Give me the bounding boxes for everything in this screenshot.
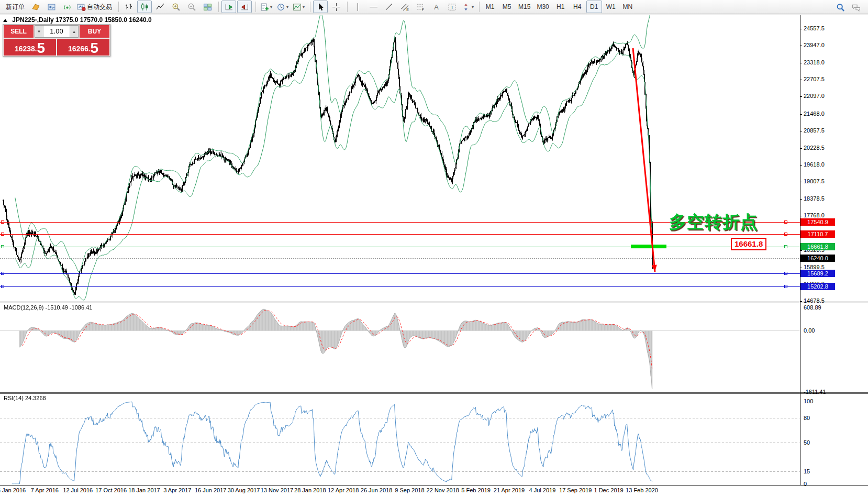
pane-splitter[interactable]	[0, 392, 868, 394]
timeframe-m1[interactable]: M1	[482, 1, 498, 13]
metaeditor-icon[interactable]	[28, 1, 43, 13]
date-label: 7 Apr 2016	[31, 487, 59, 493]
level-price-label: 17110.7	[800, 230, 835, 238]
candlestick-chart-icon[interactable]	[137, 1, 152, 13]
timeframe-m1-label: M1	[486, 3, 495, 10]
auto-scroll-icon[interactable]	[221, 1, 236, 13]
candles-glyph	[140, 3, 149, 12]
date-label: 5 Feb 2019	[461, 487, 491, 493]
price-tick: 22707.5	[804, 76, 825, 82]
collapse-triangle-icon[interactable]	[3, 19, 7, 22]
price-tick-mark	[800, 216, 802, 216]
chevron-down-icon: ▾	[286, 5, 288, 9]
buy-button[interactable]: BUY	[80, 25, 109, 38]
turning-point-annotation[interactable]: 多空转折点	[669, 211, 758, 234]
crosshair-icon[interactable]	[329, 1, 343, 13]
price-tick-mark	[800, 148, 802, 149]
buy-price-panel[interactable]: 16266 . 5	[57, 39, 109, 56]
tester-glyph	[47, 3, 56, 12]
date-label: 28 Jan 2018	[294, 487, 326, 493]
volume-decrease-icon[interactable]: ▾	[35, 26, 43, 37]
tile-windows-icon[interactable]	[200, 1, 215, 13]
date-label: 21 Apr 2019	[494, 487, 525, 493]
price-tick: 14678.5	[804, 297, 825, 304]
chart-title: JPN225-,Daily 17375.0 17570.0 15850.0 16…	[3, 16, 152, 24]
sell-price-panel[interactable]: 16238 . 5	[4, 39, 56, 56]
chart-shift-icon[interactable]	[237, 1, 252, 13]
trendline-glyph	[385, 3, 394, 12]
date-label: 13 Feb 2020	[626, 487, 658, 493]
linechart-glyph	[156, 3, 165, 12]
autotrading-button[interactable]: 自动交易	[75, 1, 115, 13]
date-label: 22 Nov 2018	[427, 487, 459, 493]
text-label-icon[interactable]: T	[444, 1, 459, 13]
signals-icon[interactable]	[60, 1, 74, 13]
indicators-button[interactable]: ▾	[291, 1, 306, 13]
search-glyph	[836, 3, 845, 12]
horizontal-line-icon[interactable]	[366, 1, 381, 13]
fibonacci-icon[interactable]: F	[413, 1, 428, 13]
timeframe-h1[interactable]: H1	[553, 1, 569, 13]
zoom-out-icon[interactable]	[184, 1, 199, 13]
toolbar-separator	[479, 2, 480, 12]
date-label: 17 Sep 2019	[559, 487, 592, 493]
timeframe-m30[interactable]: M30	[534, 1, 551, 13]
svg-text:A: A	[434, 3, 439, 11]
timeframe-d1-label: D1	[590, 3, 598, 10]
buy-price-big: 5	[90, 41, 98, 55]
date-label: 12 Apr 2018	[328, 487, 359, 493]
date-label: 13 Nov 2017	[261, 487, 293, 493]
price-chart-canvas[interactable]	[0, 15, 800, 302]
date-label: 1 Dec 2019	[594, 487, 623, 493]
vertical-line-icon[interactable]	[350, 1, 365, 13]
chat-icon[interactable]	[849, 1, 863, 14]
chart-symbol-label: JPN225-,Daily	[12, 16, 53, 24]
timeframe-m15[interactable]: M15	[516, 1, 533, 13]
text-icon[interactable]: A	[429, 1, 443, 13]
new-order-button[interactable]: 新订单	[3, 1, 27, 13]
price-tick: 19007.5	[804, 178, 825, 184]
autoscroll-glyph	[225, 3, 233, 12]
price-tick: 21468.0	[804, 111, 825, 117]
zoom-in-icon[interactable]	[169, 1, 183, 13]
cursor-icon[interactable]	[313, 1, 328, 13]
price-callout-box[interactable]: 16661.8	[731, 238, 766, 250]
new-order-button-label: 新订单	[6, 3, 25, 12]
hline-glyph	[369, 3, 378, 12]
svg-text:E: E	[406, 8, 409, 12]
price-tick: 22097.0	[804, 93, 825, 99]
timeframe-h4[interactable]: H4	[570, 1, 585, 13]
current-price-label: 16240.0	[800, 255, 835, 262]
macd-canvas[interactable]	[0, 303, 800, 392]
rsi-canvas[interactable]	[0, 394, 800, 484]
timeframe-d1[interactable]: D1	[586, 1, 602, 13]
price-tick-mark	[800, 114, 802, 115]
profiles-button[interactable]: ▾	[275, 1, 290, 13]
timeframe-m5[interactable]: M5	[499, 1, 515, 13]
indicators-glyph	[293, 3, 302, 12]
sell-button[interactable]: SELL	[4, 25, 34, 38]
toolbar-separator	[310, 2, 310, 12]
search-icon[interactable]	[833, 1, 848, 14]
new-chart-button[interactable]: ▾	[259, 1, 274, 13]
trendline-icon[interactable]	[382, 1, 396, 13]
chevron-down-icon: ▾	[472, 5, 474, 9]
strategy-tester-icon[interactable]	[44, 1, 59, 13]
arrows-icon[interactable]: ▾	[460, 1, 475, 13]
price-tick-mark	[800, 46, 802, 46]
bar-chart-icon[interactable]	[121, 1, 136, 13]
rsi-axis-tick: 80	[804, 415, 810, 421]
toolbar-separator	[347, 2, 348, 12]
equidistant-channel-icon[interactable]: E	[397, 1, 412, 13]
timeframe-w1[interactable]: W1	[603, 1, 619, 13]
volume-input[interactable]: 1.00	[43, 26, 70, 37]
toolbar-separator	[218, 2, 219, 12]
volume-increase-icon[interactable]: ▴	[70, 26, 78, 37]
line-chart-icon[interactable]	[153, 1, 168, 13]
timeframe-mn[interactable]: MN	[620, 1, 636, 13]
pane-splitter[interactable]	[0, 302, 868, 303]
tile-glyph	[203, 3, 212, 12]
sell-price-main: 16238	[15, 43, 35, 55]
newchart-glyph	[260, 3, 269, 12]
date-label: 9 Sep 2018	[395, 487, 424, 493]
